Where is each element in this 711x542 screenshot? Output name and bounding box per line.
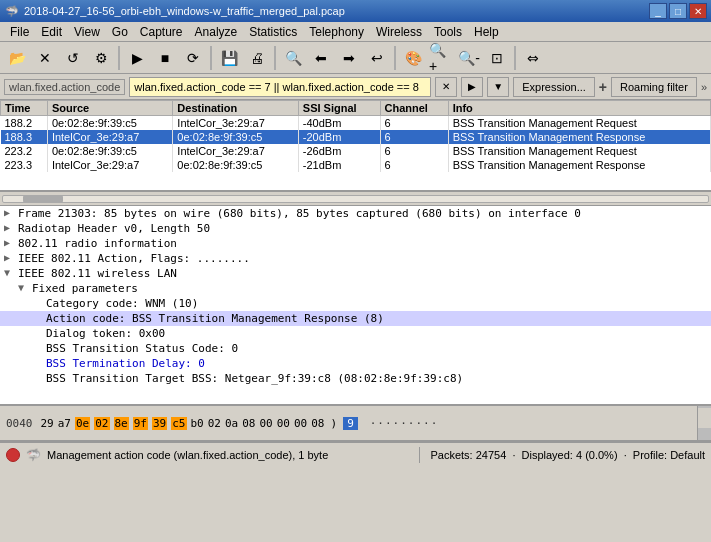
close-button[interactable]: ✕ (689, 3, 707, 19)
table-row[interactable]: 188.3IntelCor_3e:29:a70e:02:8e:9f:39:c5-… (1, 130, 711, 144)
menu-item-file[interactable]: File (4, 23, 35, 41)
hex-byte[interactable]: a7 (58, 417, 71, 430)
cell-info: BSS Transition Management Response (448, 158, 710, 172)
hex-byte[interactable]: 00 (260, 417, 273, 430)
cell-source: IntelCor_3e:29:a7 (47, 158, 172, 172)
options-button[interactable]: ⚙ (88, 45, 114, 71)
detail-text: BSS Transition Target BSS: Netgear_9f:39… (46, 372, 707, 385)
start-capture-button[interactable]: ▶ (124, 45, 150, 71)
minimize-button[interactable]: _ (649, 3, 667, 19)
horizontal-scrollbar[interactable] (0, 192, 711, 206)
filter-dropdown-button[interactable]: ▼ (487, 77, 509, 97)
col-header-source[interactable]: Source (47, 101, 172, 116)
cell-channel: 6 (380, 130, 448, 144)
reload-button[interactable]: ↺ (60, 45, 86, 71)
cell-time: 188.3 (1, 130, 48, 144)
hex-byte[interactable]: 29 (41, 417, 54, 430)
hex-byte-highlight[interactable]: 9f (133, 417, 148, 430)
hex-byte[interactable]: 0a (225, 417, 238, 430)
detail-item[interactable]: ▶Radiotap Header v0, Length 50 (0, 221, 711, 236)
menu-item-edit[interactable]: Edit (35, 23, 68, 41)
menu-item-help[interactable]: Help (468, 23, 505, 41)
table-row[interactable]: 223.3IntelCor_3e:29:a70e:02:8e:9f:39:c5-… (1, 158, 711, 172)
cell-source: IntelCor_3e:29:a7 (47, 130, 172, 144)
menu-item-tools[interactable]: Tools (428, 23, 468, 41)
find-button[interactable]: 🔍 (280, 45, 306, 71)
cell-source: 0e:02:8e:9f:39:c5 (47, 144, 172, 158)
hex-byte[interactable]: 08 (311, 417, 324, 430)
maximize-button[interactable]: □ (669, 3, 687, 19)
resize-columns-button[interactable]: ⇔ (520, 45, 546, 71)
open-file-button[interactable]: 📂 (4, 45, 30, 71)
detail-item[interactable]: ▶IEEE 802.11 Action, Flags: ........ (0, 251, 711, 266)
table-row[interactable]: 188.20e:02:8e:9f:39:c5IntelCor_3e:29:a7-… (1, 116, 711, 131)
detail-item[interactable]: BSS Termination Delay: 0 (0, 356, 711, 371)
zoom-in-button[interactable]: 🔍+ (428, 45, 454, 71)
detail-text: IEEE 802.11 Action, Flags: ........ (18, 252, 707, 265)
menu-item-capture[interactable]: Capture (134, 23, 189, 41)
save-button[interactable]: 💾 (216, 45, 242, 71)
col-header-info[interactable]: Info (448, 101, 710, 116)
menu-item-statistics[interactable]: Statistics (243, 23, 303, 41)
expand-icon: ▶ (4, 207, 18, 218)
detail-item[interactable]: Category code: WNM (10) (0, 296, 711, 311)
cell-destination: 0e:02:8e:9f:39:c5 (173, 158, 298, 172)
hex-byte[interactable]: b0 (191, 417, 204, 430)
detail-item[interactable]: BSS Transition Target BSS: Netgear_9f:39… (0, 371, 711, 386)
forward-button[interactable]: ➡ (336, 45, 362, 71)
print-button[interactable]: 🖨 (244, 45, 270, 71)
hex-byte-highlight[interactable]: 39 (152, 417, 167, 430)
detail-item[interactable]: ▼IEEE 802.11 wireless LAN (0, 266, 711, 281)
filter-input[interactable] (129, 77, 431, 97)
detail-item[interactable]: Action code: BSS Transition Management R… (0, 311, 711, 326)
status-message: Management action code (wlan.fixed.actio… (47, 449, 409, 461)
close-button[interactable]: ✕ (32, 45, 58, 71)
packet-list[interactable]: TimeSourceDestinationSSI SignalChannelIn… (0, 100, 711, 192)
plus-icon: + (599, 79, 607, 95)
colorize-button[interactable]: 🎨 (400, 45, 426, 71)
stop-capture-button[interactable]: ■ (152, 45, 178, 71)
hex-byte[interactable]: 08 (242, 417, 255, 430)
roaming-filter-button[interactable]: Roaming filter (611, 77, 697, 97)
filter-arrow-button[interactable]: ▶ (461, 77, 483, 97)
menu-item-view[interactable]: View (68, 23, 106, 41)
status-separator-1 (419, 447, 420, 463)
restart-button[interactable]: ⟳ (180, 45, 206, 71)
menu-item-go[interactable]: Go (106, 23, 134, 41)
detail-item[interactable]: ▶Frame 21303: 85 bytes on wire (680 bits… (0, 206, 711, 221)
menu-item-analyze[interactable]: Analyze (189, 23, 244, 41)
table-row[interactable]: 223.20e:02:8e:9f:39:c5IntelCor_3e:29:a7-… (1, 144, 711, 158)
title-bar: 🦈 2018-04-27_16-56_orbi-ebh_windows-w_tr… (0, 0, 711, 22)
menu-bar: FileEditViewGoCaptureAnalyzeStatisticsTe… (0, 22, 711, 42)
detail-item[interactable]: Dialog token: 0x00 (0, 326, 711, 341)
filter-bar: wlan.fixed.action_code ✕ ▶ ▼ Expression.… (0, 74, 711, 100)
menu-item-wireless[interactable]: Wireless (370, 23, 428, 41)
cell-destination: IntelCor_3e:29:a7 (173, 144, 298, 158)
hex-byte[interactable]: 02 (208, 417, 221, 430)
zoom-out-button[interactable]: 🔍- (456, 45, 482, 71)
detail-item[interactable]: ▶802.11 radio information (0, 236, 711, 251)
menu-item-telephony[interactable]: Telephony (303, 23, 370, 41)
back-button[interactable]: ⬅ (308, 45, 334, 71)
hex-byte[interactable]: 00 (294, 417, 307, 430)
packets-count: 24754 (476, 449, 507, 461)
title-text: 🦈 2018-04-27_16-56_orbi-ebh_windows-w_tr… (4, 3, 345, 19)
expression-button[interactable]: Expression... (513, 77, 595, 97)
hex-byte-highlight[interactable]: 02 (94, 417, 109, 430)
hex-byte-highlight[interactable]: c5 (171, 417, 186, 430)
detail-item[interactable]: ▼Fixed parameters (0, 281, 711, 296)
hex-byte[interactable]: 00 (277, 417, 290, 430)
col-header-time[interactable]: Time (1, 101, 48, 116)
hex-byte-highlight[interactable]: 0e (75, 417, 90, 430)
packet-detail-panel[interactable]: ▶Frame 21303: 85 bytes on wire (680 bits… (0, 206, 711, 406)
col-header-destination[interactable]: Destination (173, 101, 298, 116)
detail-item[interactable]: BSS Transition Status Code: 0 (0, 341, 711, 356)
normal-size-button[interactable]: ⊡ (484, 45, 510, 71)
hex-bytes[interactable]: 29a70e028e9f39c5b0020a0800000008 (41, 417, 325, 430)
hex-vertical-scrollbar[interactable] (697, 406, 711, 440)
filter-clear-button[interactable]: ✕ (435, 77, 457, 97)
goto-button[interactable]: ↩ (364, 45, 390, 71)
col-header-channel[interactable]: Channel (380, 101, 448, 116)
col-header-ssi signal[interactable]: SSI Signal (298, 101, 380, 116)
hex-byte-highlight[interactable]: 8e (114, 417, 129, 430)
